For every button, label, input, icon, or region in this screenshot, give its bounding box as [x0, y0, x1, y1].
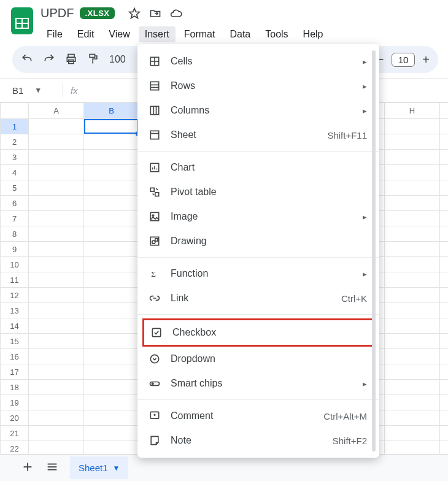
row-header[interactable]: 9: [1, 242, 29, 257]
menu-item-pivot-table[interactable]: Pivot table: [137, 180, 379, 204]
row-header[interactable]: 5: [1, 180, 29, 196]
star-icon[interactable]: [128, 7, 141, 21]
cell[interactable]: [84, 119, 139, 134]
row-header[interactable]: 14: [1, 318, 29, 334]
cell[interactable]: [440, 318, 449, 334]
cell[interactable]: [440, 288, 449, 303]
zoom-input[interactable]: 10: [392, 53, 415, 67]
row-header[interactable]: 15: [1, 334, 29, 349]
cell[interactable]: [385, 395, 440, 410]
cell[interactable]: [385, 257, 440, 272]
cell[interactable]: [29, 349, 84, 364]
cloud-status-icon[interactable]: [170, 7, 182, 21]
zoom-text[interactable]: 100: [109, 54, 126, 65]
name-box[interactable]: B1 ▼: [12, 85, 55, 96]
menu-item-sheet[interactable]: Sheet Shift+F11: [137, 123, 379, 147]
row-header[interactable]: 21: [1, 426, 29, 441]
cell[interactable]: [84, 272, 139, 288]
cell[interactable]: [385, 119, 440, 134]
cell[interactable]: [385, 318, 440, 334]
row-header[interactable]: 8: [1, 226, 29, 242]
cell[interactable]: [84, 364, 139, 380]
cell[interactable]: [440, 303, 449, 318]
menu-help[interactable]: Help: [297, 26, 330, 42]
row-header[interactable]: 7: [1, 211, 29, 226]
row-header[interactable]: 11: [1, 272, 29, 288]
cell[interactable]: [440, 165, 449, 180]
cell[interactable]: [84, 134, 139, 150]
row-header[interactable]: 12: [1, 288, 29, 303]
cell[interactable]: [84, 334, 139, 349]
col-header[interactable]: A: [29, 103, 84, 119]
row-header[interactable]: 1: [1, 119, 29, 134]
cell[interactable]: [29, 196, 84, 211]
move-folder-icon[interactable]: [149, 7, 161, 21]
cell[interactable]: [440, 426, 449, 441]
cell[interactable]: [29, 272, 84, 288]
cell[interactable]: [440, 150, 449, 165]
row-header[interactable]: 16: [1, 349, 29, 364]
cell[interactable]: [440, 242, 449, 257]
select-all-corner[interactable]: [1, 103, 29, 119]
cell[interactable]: [385, 226, 440, 242]
cell[interactable]: [385, 180, 440, 196]
cell[interactable]: [29, 242, 84, 257]
cell[interactable]: [84, 257, 139, 272]
cell[interactable]: [29, 426, 84, 441]
menu-item-checkbox[interactable]: Checkbox: [144, 320, 373, 345]
cell[interactable]: [385, 242, 440, 257]
plus-icon[interactable]: +: [422, 53, 430, 67]
row-header[interactable]: 20: [1, 410, 29, 426]
document-title[interactable]: UPDF: [41, 6, 74, 20]
cell[interactable]: [84, 150, 139, 165]
menu-insert[interactable]: Insert: [139, 26, 176, 42]
cell[interactable]: [440, 134, 449, 150]
cell[interactable]: [385, 196, 440, 211]
cell[interactable]: [385, 150, 440, 165]
cell[interactable]: [440, 272, 449, 288]
cell[interactable]: [29, 380, 84, 395]
cell[interactable]: [84, 242, 139, 257]
cell[interactable]: [84, 380, 139, 395]
sheets-logo-icon[interactable]: [10, 5, 34, 37]
cell[interactable]: [84, 180, 139, 196]
cell[interactable]: [29, 226, 84, 242]
menu-file[interactable]: File: [41, 26, 69, 42]
col-header[interactable]: I: [440, 103, 449, 119]
cell[interactable]: [385, 165, 440, 180]
chevron-down-icon[interactable]: ▼: [34, 86, 42, 94]
cell[interactable]: [440, 119, 449, 134]
cell[interactable]: [385, 334, 440, 349]
cell[interactable]: [29, 318, 84, 334]
row-header[interactable]: 10: [1, 257, 29, 272]
sheet-tab[interactable]: Sheet1 ▼: [70, 456, 128, 479]
cell[interactable]: [440, 364, 449, 380]
row-header[interactable]: 19: [1, 395, 29, 410]
menu-view[interactable]: View: [102, 26, 136, 42]
cell[interactable]: [385, 303, 440, 318]
cell[interactable]: [29, 334, 84, 349]
col-header[interactable]: H: [385, 103, 440, 119]
cell[interactable]: [29, 134, 84, 150]
menu-item-function[interactable]: Σ Function ▸: [137, 261, 379, 286]
redo-icon[interactable]: [43, 53, 55, 67]
cell[interactable]: [84, 196, 139, 211]
cell[interactable]: [440, 334, 449, 349]
cell[interactable]: [29, 395, 84, 410]
cell[interactable]: [385, 288, 440, 303]
cell[interactable]: [385, 380, 440, 395]
menu-item-smart-chips[interactable]: Smart chips ▸: [137, 371, 379, 396]
cell[interactable]: [29, 288, 84, 303]
cell[interactable]: [84, 395, 139, 410]
row-header[interactable]: 3: [1, 150, 29, 165]
cell[interactable]: [84, 226, 139, 242]
cell[interactable]: [385, 211, 440, 226]
menu-item-image[interactable]: Image ▸: [137, 204, 379, 229]
cell[interactable]: [385, 426, 440, 441]
row-header[interactable]: 18: [1, 380, 29, 395]
row-header[interactable]: 17: [1, 364, 29, 380]
cell[interactable]: [84, 288, 139, 303]
print-icon[interactable]: [65, 53, 77, 67]
cell[interactable]: [84, 426, 139, 441]
chevron-down-icon[interactable]: ▼: [113, 464, 120, 472]
